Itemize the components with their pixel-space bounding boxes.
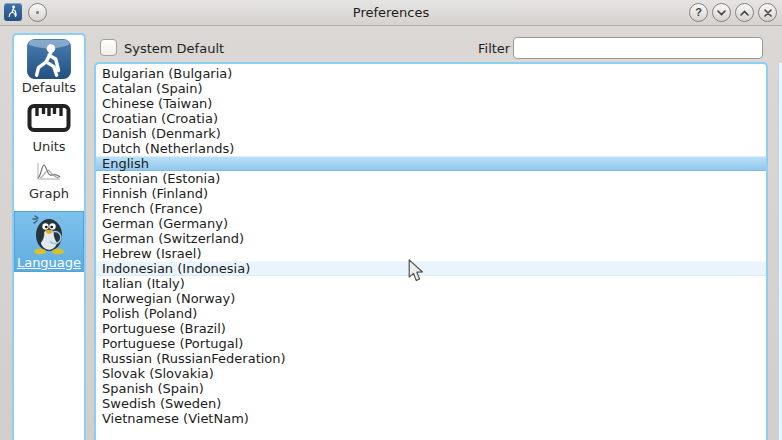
language-list-item[interactable]: Norwegian (Norway) xyxy=(96,291,766,306)
sidebar-item-label: Language xyxy=(17,255,81,272)
language-list-item[interactable]: Slovak (Slovakia) xyxy=(96,366,766,381)
language-list-item[interactable]: German (Switzerland) xyxy=(96,231,766,246)
help-button[interactable]: ? xyxy=(689,3,708,22)
language-list-item[interactable]: Spanish (Spain) xyxy=(96,381,766,396)
hiker-icon xyxy=(26,37,72,80)
filter-label: Filter xyxy=(478,41,510,56)
hiker-icon xyxy=(6,3,20,22)
language-list-item[interactable]: Hebrew (Israel) xyxy=(96,246,766,261)
app-window-icon[interactable] xyxy=(4,3,22,21)
sidebar-item-defaults[interactable]: Defaults xyxy=(14,35,84,97)
language-list-item[interactable]: Croatian (Croatia) xyxy=(96,111,766,126)
window-title: Preferences xyxy=(353,0,429,25)
shade-button[interactable] xyxy=(712,3,731,22)
chevron-down-icon xyxy=(717,10,726,16)
tux-penguin-icon xyxy=(26,213,72,255)
sidebar-item-language[interactable]: Language xyxy=(14,211,84,272)
sidebar-item-label: Graph xyxy=(29,186,69,203)
language-list-item[interactable]: English xyxy=(96,156,766,171)
ruler-icon xyxy=(27,97,71,139)
unshade-button[interactable] xyxy=(735,3,754,22)
language-list-item[interactable]: Italian (Italy) xyxy=(96,276,766,291)
language-list-item[interactable]: Swedish (Sweden) xyxy=(96,396,766,411)
language-list[interactable]: Bulgarian (Bulgaria)Catalan (Spain)Chine… xyxy=(94,62,768,440)
language-list-item[interactable]: Chinese (Taiwan) xyxy=(96,96,766,111)
language-list-item[interactable]: Estonian (Estonia) xyxy=(96,171,766,186)
close-button[interactable] xyxy=(758,3,777,22)
sticky-dot-icon xyxy=(36,11,39,14)
system-default-label[interactable]: System Default xyxy=(124,41,224,56)
language-list-item[interactable]: Bulgarian (Bulgaria) xyxy=(96,66,766,81)
sidebar-item-units[interactable]: Units xyxy=(14,97,84,156)
language-list-item[interactable]: Dutch (Netherlands) xyxy=(96,141,766,156)
language-list-item[interactable]: Indonesian (Indonesia) xyxy=(96,261,766,276)
system-default-checkbox[interactable] xyxy=(100,39,117,56)
language-list-item[interactable]: Portuguese (Brazil) xyxy=(96,321,766,336)
window-edge-strip xyxy=(778,63,782,440)
language-list-item[interactable]: Danish (Denmark) xyxy=(96,126,766,141)
language-list-item[interactable]: Catalan (Spain) xyxy=(96,81,766,96)
settings-category-list: Defaults Units Graph xyxy=(12,33,86,440)
close-icon xyxy=(764,9,772,17)
sticky-button[interactable] xyxy=(28,3,47,22)
graph-icon xyxy=(36,156,62,186)
sidebar-item-graph[interactable]: Graph xyxy=(14,156,84,203)
titlebar[interactable]: Preferences ? xyxy=(0,0,782,26)
language-list-item[interactable]: Portuguese (Portugal) xyxy=(96,336,766,351)
sidebar-item-label: Defaults xyxy=(22,80,76,97)
chevron-up-icon xyxy=(740,10,749,16)
sidebar-item-label: Units xyxy=(32,139,65,156)
language-list-item[interactable]: German (Germany) xyxy=(96,216,766,231)
titlebar-buttons: ? xyxy=(689,3,777,22)
filter-input[interactable] xyxy=(513,37,763,59)
language-list-item[interactable]: French (France) xyxy=(96,201,766,216)
language-list-item[interactable]: Vietnamese (VietNam) xyxy=(96,411,766,426)
language-list-item[interactable]: Russian (RussianFederation) xyxy=(96,351,766,366)
language-list-item[interactable]: Finnish (Finland) xyxy=(96,186,766,201)
question-mark-icon: ? xyxy=(695,7,702,18)
language-list-item[interactable]: Polish (Poland) xyxy=(96,306,766,321)
